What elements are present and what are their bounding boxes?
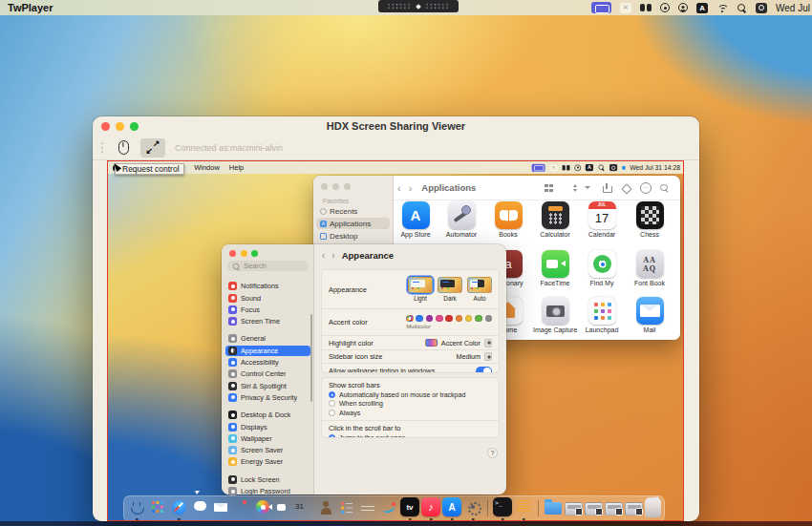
sidebar-size-popup[interactable]: Medium	[456, 352, 492, 361]
dock-item-terminal[interactable]: >_	[493, 497, 512, 518]
accent-swatch-6[interactable]	[465, 315, 473, 323]
settings-sidebar-item-notifications[interactable]: Notifications	[225, 281, 310, 292]
account-icon[interactable]	[678, 3, 688, 12]
toolbar-grip-icon[interactable]	[100, 141, 104, 155]
dock-item-contacts[interactable]	[316, 497, 335, 518]
app-image-capture[interactable]: Image Capture	[533, 297, 577, 334]
minimize-button[interactable]	[116, 122, 124, 131]
more-icon[interactable]	[640, 183, 650, 193]
app-facetime[interactable]: FaceTime	[533, 250, 577, 287]
keyboard-a-icon[interactable]: A	[696, 3, 708, 13]
group-caret-icon[interactable]	[583, 183, 592, 193]
host-menubar-clock[interactable]: Wed Jul	[776, 3, 810, 13]
radio-icon[interactable]	[329, 391, 335, 398]
accent-swatch-2[interactable]	[426, 315, 434, 323]
dock-item-reminders[interactable]	[337, 497, 356, 518]
sidebar-item-applications[interactable]: Applications	[316, 218, 390, 229]
zoom-button[interactable]	[251, 250, 258, 257]
settings-sidebar-item-displays[interactable]: Displays	[225, 421, 310, 432]
share-icon[interactable]	[602, 183, 611, 193]
show-scroll-bars-option-when-scrolling[interactable]: When scrolling	[329, 400, 492, 407]
record-icon[interactable]	[660, 3, 670, 12]
minimize-button[interactable]	[241, 250, 247, 257]
screen-sharing-icon[interactable]	[531, 163, 545, 171]
minimized-window-thumbnail[interactable]	[585, 502, 603, 515]
dock-item-messages[interactable]	[190, 497, 209, 518]
app-launchpad[interactable]: Launchpad	[580, 297, 624, 334]
app-chess[interactable]: Chess	[628, 201, 672, 239]
app-calendar[interactable]: JUL17Calendar	[580, 201, 624, 239]
dock-item-notes[interactable]	[358, 497, 377, 518]
search-icon[interactable]	[598, 164, 605, 171]
accent-swatch-8[interactable]	[485, 315, 493, 323]
settings-sidebar-item-appearance[interactable]: Appearance	[225, 346, 310, 357]
settings-sidebar-item-desktop-dock[interactable]: Desktop & Dock	[225, 410, 310, 421]
appearance-option-light[interactable]: Light	[408, 277, 433, 302]
tag-icon[interactable]	[621, 183, 630, 193]
minimize-button[interactable]	[332, 183, 339, 190]
dock-item-terminal-session[interactable]	[514, 497, 533, 518]
accent-swatch-1[interactable]	[416, 315, 423, 323]
close-box-icon[interactable]: ✕	[549, 164, 557, 171]
close-box-icon[interactable]: ✕	[620, 3, 631, 13]
click-scroll-bar-option-jump-to-the-next-page[interactable]: Jump to the next page	[329, 434, 492, 438]
system-settings-window[interactable]: Search NotificationsSoundFocusScreen Tim…	[222, 244, 506, 494]
switch-control-icon[interactable]	[609, 164, 617, 171]
dock-item-mail[interactable]	[211, 497, 230, 518]
settings-sidebar-item-energy-saver[interactable]: Energy Saver	[225, 456, 310, 468]
dock-item-app-store[interactable]: A	[442, 497, 461, 518]
accent-swatch-3[interactable]	[436, 315, 443, 323]
fullscreen-button[interactable]: ↗↙	[140, 138, 165, 158]
accent-swatch-7[interactable]	[475, 315, 482, 323]
close-button[interactable]	[229, 250, 236, 257]
dock-item-system-settings[interactable]	[463, 497, 482, 518]
sidebar-item-desktop[interactable]: Desktop	[316, 230, 390, 242]
virtual-keyboard-pill[interactable]	[378, 0, 459, 12]
back-chevron-icon[interactable]: ‹	[322, 250, 325, 261]
settings-sidebar-item-screen-saver[interactable]: Screen Saver	[225, 445, 310, 456]
settings-sidebar-item-focus[interactable]: Focus	[225, 305, 310, 316]
switch-control-icon[interactable]	[756, 3, 767, 13]
status-dot-icon[interactable]	[622, 165, 626, 169]
show-scroll-bars-option-automatically-based-on-mouse-or-trackpad[interactable]: Automatically based on mouse or trackpad	[329, 391, 492, 398]
sort-icon[interactable]	[564, 183, 573, 193]
host-app-name[interactable]: TwPlayer	[8, 2, 53, 13]
app-calculator[interactable]: Calculator	[533, 201, 577, 239]
zoom-button[interactable]	[130, 122, 139, 131]
settings-search-field[interactable]: Search	[227, 261, 309, 271]
binoculars-icon[interactable]	[640, 4, 652, 11]
dock-item-facetime[interactable]	[274, 497, 293, 518]
record-icon[interactable]	[574, 164, 581, 171]
menu-help[interactable]: Help	[224, 163, 248, 172]
wallpaper-tinting-toggle[interactable]	[476, 367, 492, 374]
hdx-titlebar[interactable]: HDX Screen Sharing Viewer	[93, 116, 699, 136]
settings-sidebar-item-sound[interactable]: Sound	[225, 292, 310, 304]
search-icon[interactable]	[659, 183, 669, 193]
accent-swatch-4[interactable]	[445, 315, 453, 323]
wifi-icon[interactable]	[716, 3, 728, 12]
search-icon[interactable]	[737, 3, 747, 13]
forward-chevron-icon[interactable]: ›	[331, 250, 334, 261]
minimized-window-thumbnail[interactable]	[625, 502, 643, 515]
keyboard-a-icon[interactable]: A	[586, 164, 593, 171]
back-chevron-icon[interactable]: ‹	[394, 182, 405, 194]
dock-item-finder[interactable]	[127, 497, 146, 518]
settings-sidebar-item-general[interactable]: General	[225, 333, 310, 345]
view-grid-icon[interactable]	[545, 183, 554, 193]
radio-icon[interactable]	[329, 410, 335, 416]
show-scroll-bars-option-always[interactable]: Always	[329, 410, 492, 416]
close-button[interactable]	[101, 122, 110, 131]
app-books[interactable]: Books	[486, 201, 530, 239]
dock-item-maps[interactable]	[232, 497, 251, 518]
settings-sidebar-item-wallpaper[interactable]: Wallpaper	[225, 433, 310, 445]
radio-icon[interactable]	[329, 400, 335, 407]
dock-item-tv[interactable]: tv	[400, 497, 419, 518]
app-font-book[interactable]: AA AQFont Book	[628, 250, 672, 287]
screen-sharing-icon[interactable]	[591, 2, 611, 13]
dock-item-trash[interactable]	[645, 499, 661, 517]
appearance-option-auto[interactable]: Auto	[467, 277, 492, 302]
minimized-window-thumbnail[interactable]	[605, 502, 623, 515]
dock-item-freeform[interactable]	[379, 497, 398, 518]
sidebar-item-recents[interactable]: Recents	[316, 205, 390, 217]
dock-item-calendar[interactable]	[295, 497, 314, 518]
